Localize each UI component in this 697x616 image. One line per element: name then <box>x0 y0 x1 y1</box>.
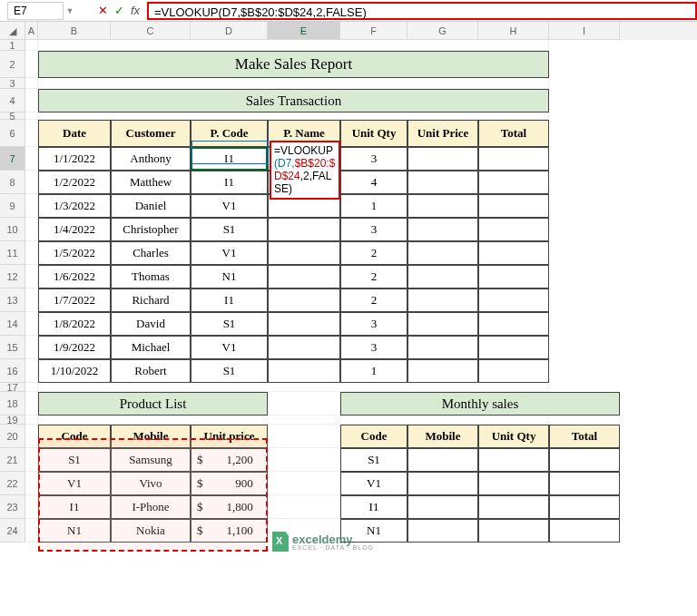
table-cell[interactable] <box>549 495 620 519</box>
table-cell[interactable]: 1/7/2022 <box>38 288 111 312</box>
col-header-h[interactable]: H <box>478 22 549 40</box>
table-cell[interactable] <box>478 495 549 519</box>
table-cell[interactable]: I1 <box>191 288 268 312</box>
table-cell[interactable]: 1/4/2022 <box>38 218 111 241</box>
cell-editing-overlay[interactable]: =VLOOKUP (D7,$B$20:$ D$24,2,FAL SE) <box>270 141 340 200</box>
row-header[interactable]: 21 <box>0 448 25 472</box>
table-cell[interactable] <box>407 495 478 519</box>
name-box-dropdown-icon[interactable]: ▼ <box>64 6 76 15</box>
table-cell[interactable]: I1 <box>340 495 407 519</box>
table-cell[interactable]: Matthew <box>111 171 191 194</box>
page-title[interactable]: Make Sales Report <box>38 51 549 78</box>
table-cell[interactable]: S1 <box>38 448 111 472</box>
table-cell[interactable] <box>478 194 549 218</box>
col-header-g[interactable]: G <box>407 22 478 40</box>
table-cell[interactable]: Richard <box>111 288 191 312</box>
table-cell[interactable] <box>478 519 549 543</box>
table-cell[interactable]: 1/9/2022 <box>38 336 111 359</box>
cancel-icon[interactable]: ✕ <box>94 4 111 17</box>
fx-icon[interactable]: fx <box>127 4 143 17</box>
table-cell[interactable] <box>407 312 478 336</box>
table-cell[interactable] <box>268 312 340 336</box>
table-cell[interactable] <box>549 519 620 543</box>
row-header[interactable]: 16 <box>0 359 25 383</box>
table-cell[interactable] <box>407 171 478 194</box>
table-cell[interactable] <box>407 336 478 359</box>
table-cell[interactable] <box>407 194 478 218</box>
row-header[interactable]: 2 <box>0 51 25 78</box>
th-pcode[interactable]: P. Code <box>191 120 268 147</box>
table-cell[interactable]: Samsung <box>111 448 191 472</box>
table-cell[interactable]: I1 <box>191 147 268 171</box>
table-cell[interactable] <box>268 336 340 359</box>
table-cell[interactable]: 1/6/2022 <box>38 265 111 288</box>
row-header[interactable]: 10 <box>0 218 25 241</box>
table-cell[interactable] <box>268 265 340 288</box>
table-cell[interactable]: I1 <box>191 171 268 194</box>
row-header[interactable]: 13 <box>0 288 25 312</box>
row-header[interactable]: 18 <box>0 392 25 416</box>
table-cell[interactable] <box>407 519 478 543</box>
row-header[interactable]: 17 <box>0 383 25 392</box>
table-cell[interactable] <box>268 359 340 383</box>
section-sales-transaction[interactable]: Sales Transaction <box>38 89 549 112</box>
table-cell[interactable] <box>268 241 340 265</box>
table-cell[interactable]: V1 <box>191 241 268 265</box>
th-date[interactable]: Date <box>38 120 111 147</box>
table-cell[interactable] <box>407 241 478 265</box>
th-unitprice[interactable]: Unit Price <box>407 120 478 147</box>
table-cell[interactable]: S1 <box>191 359 268 383</box>
table-cell[interactable]: $ 1,800 <box>191 495 268 519</box>
row-header[interactable]: 4 <box>0 89 25 112</box>
col-header-d[interactable]: D <box>191 22 268 40</box>
table-cell[interactable] <box>478 218 549 241</box>
table-cell[interactable]: N1 <box>191 265 268 288</box>
col-header-e[interactable]: E <box>268 22 340 40</box>
th-customer[interactable]: Customer <box>111 120 191 147</box>
table-cell[interactable] <box>478 448 549 472</box>
section-monthly-sales[interactable]: Monthly sales <box>340 392 620 416</box>
table-cell[interactable]: N1 <box>340 519 407 543</box>
row-header[interactable]: 22 <box>0 472 25 495</box>
table-cell[interactable]: $ 1,200 <box>191 448 268 472</box>
th-code[interactable]: Code <box>38 425 111 448</box>
table-cell[interactable]: $ 900 <box>191 472 268 495</box>
row-header[interactable]: 14 <box>0 312 25 336</box>
table-cell[interactable]: V1 <box>191 194 268 218</box>
table-cell[interactable] <box>478 359 549 383</box>
table-cell[interactable]: $ 1,100 <box>191 519 268 543</box>
table-cell[interactable]: 1/1/2022 <box>38 147 111 171</box>
th-price[interactable]: Unit price <box>191 425 268 448</box>
table-cell[interactable]: 1/10/2022 <box>38 359 111 383</box>
row-header[interactable]: 8 <box>0 171 25 194</box>
section-product-list[interactable]: Product List <box>38 392 268 416</box>
row-header[interactable]: 20 <box>0 425 25 448</box>
table-cell[interactable] <box>478 241 549 265</box>
table-cell[interactable]: 1/3/2022 <box>38 194 111 218</box>
row-header[interactable]: 3 <box>0 78 25 89</box>
row-header[interactable]: 15 <box>0 336 25 359</box>
row-header[interactable]: 24 <box>0 519 25 543</box>
table-cell[interactable]: 3 <box>340 218 407 241</box>
row-header[interactable]: 5 <box>0 112 25 120</box>
table-cell[interactable] <box>549 472 620 495</box>
table-cell[interactable]: David <box>111 312 191 336</box>
table-cell[interactable]: S1 <box>340 448 407 472</box>
table-cell[interactable]: 1/8/2022 <box>38 312 111 336</box>
row-header[interactable]: 23 <box>0 495 25 519</box>
table-cell[interactable] <box>478 265 549 288</box>
table-cell[interactable] <box>407 359 478 383</box>
th-mtotal[interactable]: Total <box>549 425 620 448</box>
th-muqty[interactable]: Unit Qty <box>478 425 549 448</box>
table-cell[interactable]: 3 <box>340 147 407 171</box>
th-unitqty[interactable]: Unit Qty <box>340 120 407 147</box>
table-cell[interactable]: 1/5/2022 <box>38 241 111 265</box>
table-cell[interactable]: Vivo <box>111 472 191 495</box>
table-cell[interactable]: Anthony <box>111 147 191 171</box>
row-header[interactable]: 7 <box>0 147 25 171</box>
th-mobile[interactable]: Mobile <box>111 425 191 448</box>
enter-icon[interactable]: ✓ <box>111 4 127 17</box>
row-header[interactable]: 6 <box>0 120 25 147</box>
table-cell[interactable]: Christopher <box>111 218 191 241</box>
table-cell[interactable]: 1 <box>340 359 407 383</box>
